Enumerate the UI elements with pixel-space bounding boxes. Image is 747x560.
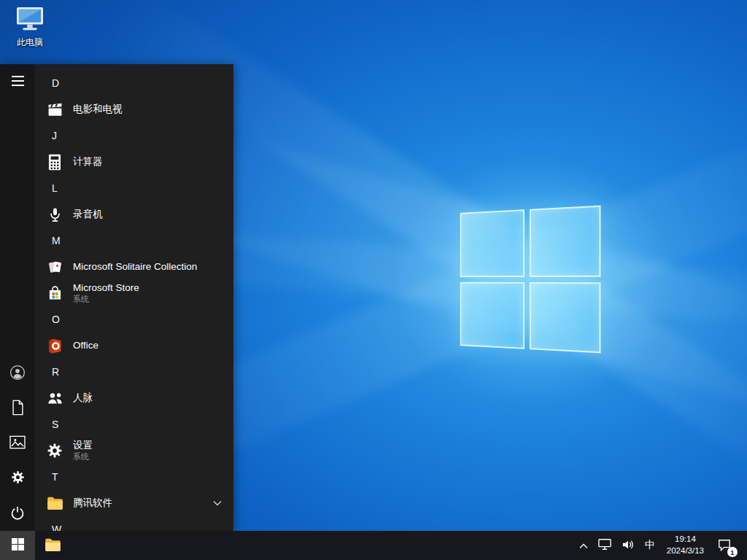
network-tray-button[interactable] (593, 531, 616, 560)
hamburger-icon (12, 76, 24, 88)
movies-tv-icon (44, 99, 65, 120)
documents-button[interactable] (0, 391, 35, 426)
taskbar: 中 19:14 2024/3/13 1 (0, 531, 747, 560)
pictures-button[interactable] (0, 426, 35, 461)
action-center-button[interactable]: 1 (711, 531, 738, 560)
start-menu-app-list: D 电影和电视 J (35, 64, 233, 531)
app-item-solitaire[interactable]: Microsoft Solitaire Collection (35, 254, 233, 280)
volume-tray-button[interactable] (616, 531, 640, 560)
gear-icon (10, 470, 26, 487)
windows-logo-pane (529, 282, 600, 354)
start-button[interactable] (0, 531, 35, 560)
app-item-settings[interactable]: 设置 系统 (35, 438, 233, 464)
pictures-icon (9, 435, 26, 452)
tray-expand-button[interactable] (574, 531, 593, 560)
user-icon (9, 365, 26, 383)
app-item-voice-recorder[interactable]: 录音机 (35, 201, 233, 228)
calculator-icon (44, 152, 65, 172)
desktop: 此电脑 (0, 0, 747, 560)
section-header-w[interactable]: W (35, 516, 233, 531)
section-header-s[interactable]: S (35, 411, 233, 438)
section-header-j[interactable]: J (35, 122, 233, 149)
clock[interactable]: 19:14 2024/3/13 (660, 531, 711, 560)
this-pc-icon (15, 22, 45, 34)
user-account-button[interactable] (0, 356, 35, 391)
start-menu: D 电影和电视 J (0, 64, 233, 531)
section-header-l[interactable]: L (35, 175, 233, 201)
solitaire-icon (44, 257, 65, 277)
chevron-up-icon (579, 540, 588, 551)
windows-logo (460, 206, 601, 354)
ime-indicator[interactable]: 中 (640, 531, 660, 560)
section-header-m[interactable]: M (35, 228, 233, 254)
people-icon (44, 388, 65, 408)
chevron-down-icon[interactable] (213, 500, 222, 506)
voice-recorder-icon (44, 204, 65, 225)
desktop-icon-label: 此电脑 (7, 36, 53, 49)
document-icon (11, 400, 25, 418)
desktop-icon-this-pc[interactable]: 此电脑 (7, 6, 53, 49)
clock-date: 2024/3/13 (667, 545, 704, 557)
volume-icon (622, 539, 635, 553)
file-explorer-button[interactable] (35, 531, 70, 560)
windows-logo-pane (460, 281, 525, 349)
gear-icon (44, 440, 65, 461)
start-menu-rail (0, 64, 35, 531)
app-item-office[interactable]: Office (35, 332, 233, 359)
expand-menu-button[interactable] (0, 64, 35, 99)
section-header-d[interactable]: D (35, 70, 233, 96)
section-header-o[interactable]: O (35, 306, 233, 332)
settings-button[interactable] (0, 461, 35, 496)
store-icon (44, 283, 65, 303)
notification-badge: 1 (727, 547, 738, 557)
app-folder-tencent[interactable]: 腾讯软件 (35, 490, 233, 516)
power-button[interactable] (0, 496, 35, 531)
windows-logo-icon (12, 538, 24, 553)
app-item-calculator[interactable]: 计算器 (35, 149, 233, 175)
power-icon (10, 505, 25, 522)
folder-icon (44, 493, 65, 513)
system-tray: 中 19:14 2024/3/13 1 (574, 531, 747, 560)
app-item-microsoft-store[interactable]: Microsoft Store 系统 (35, 280, 233, 306)
windows-logo-pane (529, 206, 600, 277)
clock-time: 19:14 (675, 534, 696, 545)
app-item-people[interactable]: 人脉 (35, 385, 233, 411)
network-icon (598, 538, 611, 553)
folder-icon (44, 537, 62, 555)
windows-logo-pane (460, 209, 525, 276)
section-header-r[interactable]: R (35, 359, 233, 385)
section-header-t[interactable]: T (35, 464, 233, 490)
office-icon (44, 335, 65, 356)
app-item-movies-tv[interactable]: 电影和电视 (35, 96, 233, 122)
ime-label: 中 (645, 539, 655, 552)
